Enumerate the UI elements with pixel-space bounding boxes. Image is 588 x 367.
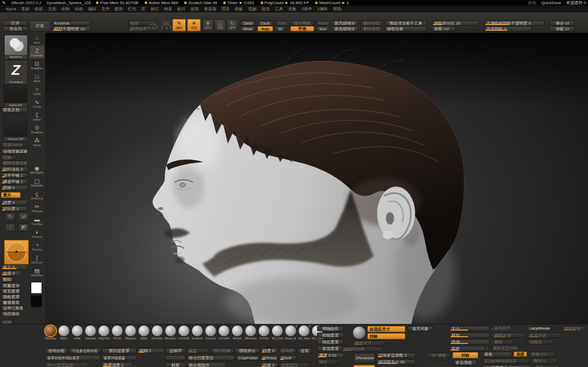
aspect-ratio-slider[interactable]: 长相对比率 (342, 346, 383, 352)
brush-item[interactable]: CurveSt (178, 325, 190, 340)
smooth-toggle[interactable]: 平滑 (290, 26, 314, 31)
current-texture-thumbnail[interactable]: Texture Off (4, 114, 27, 141)
embed-slider[interactable]: 嵌入 0 (1, 264, 28, 270)
rsharp-slider[interactable]: RSharp (261, 355, 278, 360)
intensity-slider[interactable]: 强度 0 (1, 200, 28, 205)
dyn-subdiv-button[interactable]: 动态细分 (1, 311, 21, 316)
secondary-color-swatch[interactable] (31, 295, 42, 307)
current-stroke-thumbnail[interactable]: Z FreeHand (4, 60, 28, 85)
backlight-slider[interactable]: 背光 (449, 346, 485, 351)
brush-item[interactable]: CurveQ (204, 325, 217, 340)
blur-slider[interactable]: 模糊 0 (1, 185, 28, 190)
save-ui-button[interactable]: 保存 UI (550, 21, 575, 26)
menu-item[interactable]: 动画 (72, 6, 85, 12)
mid-value-slider[interactable]: 中值 0 (1, 271, 22, 276)
colorize-button[interactable]: 着色 (482, 352, 512, 357)
brush-item[interactable]: MatCap (44, 325, 57, 340)
menu-item[interactable]: 首选项 (201, 6, 219, 12)
radial-fade-slider[interactable]: 径向淡化 0 (1, 167, 28, 172)
stroke-type-item[interactable]: □Rect (30, 71, 44, 84)
curve-step-slider[interactable]: 曲线步进 (493, 333, 525, 338)
current-alpha-thumbnail[interactable]: Alpha Off (4, 84, 27, 108)
save-as-button[interactable]: 另存为 (3, 26, 28, 31)
menu-item[interactable]: 纹理 (259, 6, 272, 12)
autosave-label[interactable]: 自动 (528, 0, 536, 6)
color-mask-button[interactable]: 颜色遮罩 (1, 294, 21, 299)
brush-item[interactable]: Magnify (124, 325, 137, 340)
split-masked-button[interactable]: 拆分已遮罩点 (187, 355, 235, 360)
group-masked-clear-button[interactable]: 遮罩分组并清除遮罩 (45, 355, 101, 360)
symmetry-toggle[interactable]: 对称 (453, 352, 478, 358)
edge0-slider[interactable]: 边缘 0 (261, 362, 278, 367)
alpha-rotate-button[interactable]: ↻ (5, 213, 15, 221)
delete-button[interactable]: 删除 (493, 339, 513, 344)
menu-item[interactable]: 图层 (112, 6, 125, 12)
menu-item[interactable]: 模板 (232, 6, 245, 12)
menu-item[interactable]: 影片 (174, 6, 188, 12)
symmetry-small-toggle[interactable]: 对称 (367, 333, 405, 339)
menu-item[interactable]: 编辑 (85, 6, 99, 12)
morph-uv-button[interactable]: 变换 UV (530, 352, 555, 357)
menu-item[interactable]: Z插件 (299, 6, 315, 12)
grab-doc-button[interactable]: 抓取文档 (1, 107, 28, 112)
scale-button[interactable]: ◱ 缩放 (214, 19, 226, 31)
adaptive-size-slider[interactable]: 自适应大小 50 (377, 359, 416, 364)
select-trim-tool-item[interactable]: ▢SelectRe (30, 176, 44, 189)
draw-button[interactable]: ✳ 绘制 (187, 19, 201, 31)
brush-item[interactable]: Morph (231, 325, 244, 340)
groups-split-button[interactable]: 按组拆分 (235, 348, 260, 353)
shape-3d-button[interactable]: 3D 形状 (427, 353, 450, 358)
size-slider[interactable]: 大小 (449, 326, 489, 331)
target-poly-slider[interactable]: 目标多边形数 5 (377, 353, 416, 358)
sharpen-mask-button[interactable]: 锐化遮罩 (317, 339, 344, 344)
brush-item[interactable]: Pinch (111, 325, 124, 340)
main-color-swatch[interactable] (31, 282, 42, 294)
softness-slider[interactable]: 柔和度 (279, 348, 297, 353)
del-higher-button[interactable]: 删除较高 (360, 26, 383, 31)
extract-button[interactable]: 提取 (298, 348, 312, 353)
rgb-button[interactable]: Rgb (258, 26, 273, 31)
stroke-type-item[interactable]: ⁂Spray (30, 135, 44, 148)
flip-button[interactable]: 翻转 (1, 277, 13, 282)
redo-last-button[interactable]: 重做最后 (1, 300, 21, 305)
del-lower-button[interactable]: 删除较低 (360, 21, 383, 26)
select-trim-tool-item[interactable]: ∫SliceCur (30, 253, 44, 266)
lazy-step-slider[interactable]: 延迟步进 (527, 333, 560, 338)
decimate-current-button[interactable]: 抽取当前 (385, 26, 427, 31)
max-button[interactable]: 最大 (1, 192, 21, 198)
stroke-type-item[interactable]: ∿Curve (30, 97, 44, 110)
stroke-type-item[interactable]: ∴Dots (30, 33, 44, 46)
uv-map-size-slider[interactable]: UV 贴图大小 1024 (482, 365, 532, 367)
invert-all-button[interactable]: 全部反转 (279, 362, 310, 367)
del-uv-button[interactable]: 删除 UV (534, 365, 559, 367)
alpha-falloff-widget[interactable] (4, 240, 29, 264)
alpha-flip-v-button[interactable]: ↕ (5, 223, 15, 232)
select-trim-tool-item[interactable]: ▬TrimRec (30, 214, 44, 227)
backface-mask-button[interactable]: 背面遮罩 (317, 346, 344, 351)
brush-item[interactable]: Standar (84, 325, 97, 340)
half-circle-icon[interactable]: ◐ (486, 346, 489, 350)
auto-groups-button[interactable]: 自动分组 (45, 348, 68, 353)
split-hidden-button[interactable]: 拆分隐藏 (210, 348, 234, 353)
zcut-button[interactable]: Zcut (275, 21, 288, 26)
fill-object-button[interactable]: 填充对象 (407, 326, 433, 331)
flip-v-button[interactable]: 翻转 V (532, 358, 557, 363)
bevel-button[interactable]: 斜角 (165, 362, 186, 367)
reuv-button[interactable]: ReUV (316, 21, 329, 26)
alpha-flip-h-button[interactable]: ⇄ (18, 213, 29, 221)
suv-button[interactable]: Suv (316, 26, 329, 31)
menu-item[interactable]: 工具 (272, 6, 285, 12)
toggle-shadow-slider[interactable]: 开关阴影 0 (484, 26, 532, 31)
select-trim-tool-item[interactable]: ◉MRGBZG (30, 163, 44, 176)
zremesher-button[interactable]: ZRemesher (354, 353, 375, 363)
select-trim-tool-item[interactable]: ▤SliceRec (30, 266, 44, 278)
double-display-button[interactable]: 双重显示 (1, 283, 21, 288)
brush-item[interactable]: Rope_B2 (284, 325, 297, 340)
dynamesh-sphere-icon[interactable] (353, 327, 365, 339)
edge-loop-button[interactable]: 边缘环 (165, 348, 186, 353)
make-alpha-button[interactable]: 生成 Alpha (1, 142, 24, 147)
smooth-slider[interactable]: 平滑 (449, 339, 489, 344)
mask-intensity-slider[interactable]: 遮罩强度 1 (102, 362, 132, 367)
brush-item[interactable]: Inflat (71, 325, 84, 340)
menu-item[interactable]: 拾取 (188, 6, 201, 12)
